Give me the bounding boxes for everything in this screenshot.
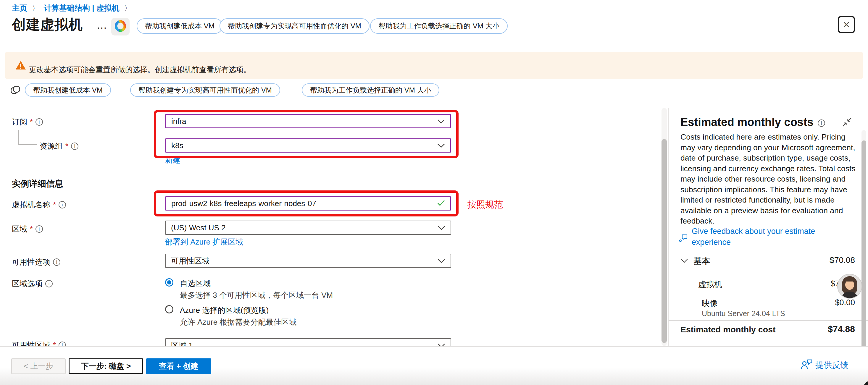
copilot-suggestion-high-availability-vm-2[interactable]: 帮助我创建专为实现高可用性而优化的 VM	[130, 84, 280, 97]
copilot-suggestion-low-cost-vm[interactable]: 帮助我创建低成本 VM	[137, 18, 223, 34]
required-asterisk: *	[30, 118, 33, 127]
info-icon[interactable]	[45, 280, 53, 287]
required-asterisk: *	[53, 200, 56, 210]
radio-self-selected-zones[interactable]	[165, 278, 173, 287]
region-value: (US) West US 2	[171, 223, 225, 232]
cost-total-label: Estimated monthly cost	[680, 325, 775, 334]
chevron-down-icon	[437, 141, 445, 150]
avatar[interactable]	[837, 274, 862, 299]
resource-group-label: 资源组 *	[40, 141, 79, 151]
info-icon[interactable]	[53, 258, 60, 266]
cost-group-amount: $70.08	[830, 255, 855, 265]
copilot-logo-icon	[114, 20, 127, 33]
cost-panel-title: Estimated monthly costs	[680, 116, 825, 129]
availability-options-dropdown[interactable]: 可用性区域	[165, 254, 451, 268]
feedback-person-icon	[801, 359, 813, 372]
breadcrumb-home[interactable]: 主页	[12, 3, 27, 13]
collapse-panel-icon[interactable]	[842, 117, 852, 128]
radio-azure-selected-zones-title[interactable]: Azure 选择的区域(预览版)	[180, 305, 269, 316]
deploy-extended-zone-link[interactable]: 部署到 Azure 扩展区域	[165, 237, 243, 247]
copilot-suggestion-vm-size[interactable]: 帮助我为工作负载选择正确的 VM 大小	[370, 18, 508, 34]
tree-connector-horizontal	[18, 144, 37, 145]
estimate-feedback-link[interactable]: Give feedback about your estimate experi…	[679, 226, 856, 248]
warning-triangle-icon	[16, 61, 26, 71]
info-icon[interactable]	[35, 225, 43, 233]
required-asterisk: *	[30, 224, 33, 234]
vm-name-label: 虚拟机名称 *	[12, 200, 66, 210]
availability-options-label: 可用性选项	[12, 257, 60, 267]
info-icon[interactable]	[59, 201, 66, 208]
radio-self-selected-zones-desc: 最多选择 3 个可用性区域，每个区域一台 VM	[180, 290, 333, 300]
subscription-value: infra	[171, 117, 186, 126]
instance-details-heading: 实例详细信息	[12, 178, 63, 190]
provide-feedback-link[interactable]: 提供反馈	[815, 360, 848, 371]
valid-check-icon	[437, 199, 445, 208]
cost-item-amount: $0.00	[835, 298, 855, 307]
next-disks-button[interactable]: 下一步: 磁盘 >	[69, 358, 143, 374]
region-label: 区域 *	[12, 224, 43, 234]
chevron-down-icon	[438, 256, 445, 265]
zone-options-label: 区域选项	[12, 279, 53, 289]
review-create-button[interactable]: 查看 + 创建	[146, 358, 211, 374]
chevron-down-icon[interactable]	[680, 258, 688, 264]
close-icon: ✕	[842, 20, 850, 30]
copilot-button[interactable]	[111, 18, 130, 35]
vm-name-input[interactable]: prod-usw2-k8s-freeleaps-worker-nodes-07	[165, 196, 451, 211]
chevron-down-icon	[438, 223, 445, 232]
breadcrumb-chevron-icon: 〉	[32, 4, 39, 13]
info-icon[interactable]	[818, 120, 825, 127]
main-scrollbar-thumb[interactable]	[661, 139, 667, 343]
radio-self-selected-zones-title[interactable]: 自选区域	[180, 278, 211, 289]
close-button[interactable]: ✕	[838, 16, 855, 33]
copilot-outline-icon	[10, 85, 21, 96]
create-new-resource-group-link[interactable]: 新建	[165, 155, 181, 165]
cost-total-divider	[669, 320, 868, 321]
copilot-suggestion-vm-size-2[interactable]: 帮助我为工作负载选择正确的 VM 大小	[302, 84, 439, 97]
subscription-label: 订阅 *	[12, 117, 43, 127]
chevron-down-icon	[437, 117, 445, 126]
create-vm-page: 主页 〉 计算基础结构 | 虚拟机 〉 创建虚拟机 … 帮助我创建低成本	[0, 0, 868, 385]
availability-options-value: 可用性区域	[171, 256, 210, 266]
subscription-dropdown[interactable]: infra	[165, 114, 451, 128]
panel-divider	[668, 108, 669, 347]
breadcrumb-virtual-machines[interactable]: 计算基础结构 | 虚拟机	[44, 3, 120, 13]
copilot-suggestion-high-availability-vm[interactable]: 帮助我创建专为实现高可用性而优化的 VM	[219, 18, 370, 34]
cost-item-name: 映像	[702, 298, 718, 309]
breadcrumb: 主页 〉 计算基础结构 | 虚拟机 〉	[12, 3, 131, 13]
cost-group-name[interactable]: 基本	[693, 255, 710, 267]
breadcrumb-chevron-icon: 〉	[124, 4, 131, 13]
required-asterisk: *	[65, 142, 68, 151]
previous-button[interactable]: < 上一步	[11, 358, 66, 374]
vm-name-value: prod-usw2-k8s-freeleaps-worker-nodes-07	[171, 199, 316, 208]
cost-total-amount: $74.88	[828, 324, 855, 334]
resource-group-dropdown[interactable]: k8s	[165, 138, 451, 153]
annotation-note: 按照规范	[467, 199, 503, 211]
footer-divider	[0, 346, 868, 347]
cost-item-name: 虚拟机	[698, 279, 722, 290]
cost-disclaimer: Costs indicated here are estimates only.…	[680, 132, 857, 226]
info-icon[interactable]	[35, 118, 43, 126]
title-ellipsis-icon[interactable]: …	[96, 19, 108, 31]
radio-azure-selected-zones[interactable]	[165, 305, 173, 314]
warning-text: 更改基本选项可能会重置所做的选择。创建虚拟机前查看所有选项。	[29, 65, 251, 74]
page-title: 创建虚拟机	[12, 15, 83, 34]
resource-group-value: k8s	[171, 141, 183, 150]
copilot-suggestion-low-cost-vm-2[interactable]: 帮助我创建低成本 VM	[25, 84, 111, 97]
cost-item-subtitle: Ubuntu Server 24.04 LTS	[702, 309, 785, 318]
tree-connector-vertical	[18, 130, 19, 144]
info-icon[interactable]	[71, 142, 79, 150]
radio-azure-selected-zones-desc: 允许 Azure 根据需要分配最佳区域	[180, 317, 297, 327]
speech-bubble-icon	[679, 234, 688, 248]
region-dropdown[interactable]: (US) West US 2	[165, 221, 451, 235]
avatar-bangs	[845, 277, 855, 282]
